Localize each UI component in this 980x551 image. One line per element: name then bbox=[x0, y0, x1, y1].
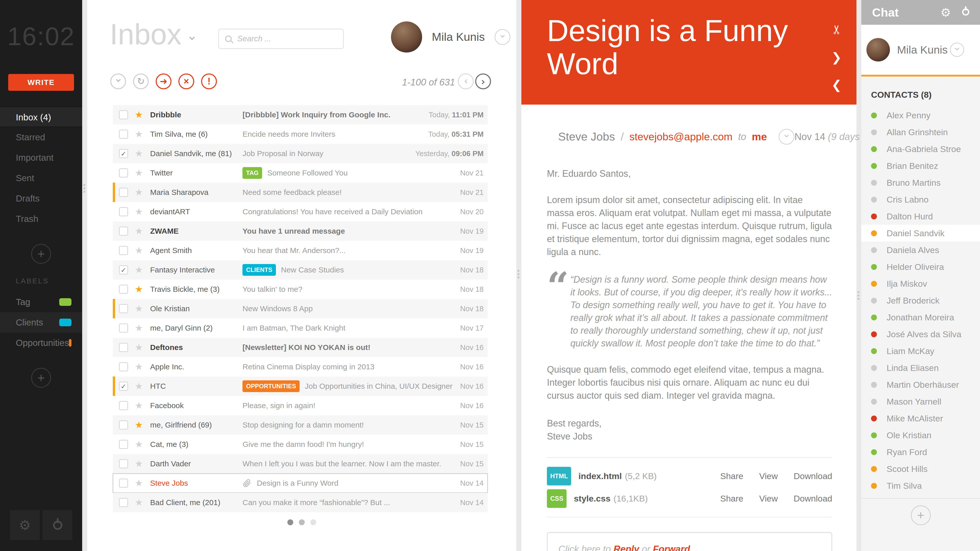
sidebar-folder-item[interactable]: Drafts bbox=[0, 188, 82, 209]
star-icon[interactable]: ★ bbox=[135, 362, 143, 372]
email-row[interactable]: ★ me, Daryl Ginn (2) I am Batman, The Da… bbox=[113, 318, 488, 338]
star-icon[interactable]: ★ bbox=[135, 439, 143, 450]
email-checkbox[interactable] bbox=[119, 207, 128, 216]
sidebar-folder-item[interactable]: Sent bbox=[0, 168, 82, 188]
sidebar-folder-item[interactable]: Trash bbox=[0, 209, 82, 229]
contact-item[interactable]: Martin Oberhäuser bbox=[861, 376, 980, 393]
meta-me-link[interactable]: me bbox=[752, 131, 767, 143]
star-icon[interactable]: ★ bbox=[135, 381, 143, 392]
contact-item[interactable]: Jonathan Moreira bbox=[861, 309, 980, 326]
email-checkbox[interactable] bbox=[119, 285, 128, 294]
email-checkbox[interactable] bbox=[119, 401, 128, 410]
email-row[interactable]: ★ Apple Inc. Retina Cinema Display comin… bbox=[113, 357, 488, 376]
share-link[interactable]: Share bbox=[720, 470, 743, 483]
sidebar-label-item[interactable]: Clients bbox=[0, 312, 82, 333]
email-checkbox[interactable] bbox=[119, 324, 128, 333]
settings-button[interactable]: ⚙ bbox=[10, 510, 40, 540]
email-action-button[interactable]: ✂ bbox=[832, 22, 842, 37]
star-icon[interactable]: ★ bbox=[135, 148, 143, 159]
contact-item[interactable]: Cris Labno bbox=[861, 191, 980, 208]
reply-link[interactable]: Reply bbox=[614, 544, 639, 551]
inbox-title[interactable]: Inbox bbox=[110, 17, 194, 51]
contact-item[interactable]: Liam McKay bbox=[861, 343, 980, 359]
email-row[interactable]: ★ HTC OPPORTUNITIES Job Opportunities in… bbox=[113, 376, 488, 396]
star-icon[interactable]: ★ bbox=[135, 323, 143, 333]
contact-item[interactable]: Helder Oliveira bbox=[861, 259, 980, 275]
sender-email[interactable]: stevejobs@apple.com bbox=[629, 131, 732, 143]
search-input[interactable] bbox=[237, 34, 337, 43]
contact-item[interactable]: Daniel Sandvik bbox=[861, 225, 980, 241]
contact-item[interactable]: Ole Kristian bbox=[861, 427, 980, 444]
email-checkbox[interactable] bbox=[119, 478, 128, 488]
contact-item[interactable]: Alex Penny bbox=[861, 107, 980, 124]
email-row[interactable]: ★ Cat, me (3) Give me the damn food! I'm… bbox=[113, 435, 488, 454]
chat-settings-button[interactable]: ⚙ bbox=[940, 6, 951, 19]
view-link[interactable]: View bbox=[759, 470, 778, 483]
email-row[interactable]: ★ Darth Vader When I left you I was but … bbox=[113, 454, 488, 473]
contact-item[interactable]: Ryan Ford bbox=[861, 444, 980, 460]
contact-item[interactable]: Mike McAlister bbox=[861, 410, 980, 427]
email-checkbox[interactable] bbox=[119, 421, 128, 430]
email-checkbox[interactable] bbox=[119, 227, 128, 236]
add-folder-button[interactable]: + bbox=[31, 244, 51, 264]
account-menu[interactable]: Mila Kunis bbox=[391, 21, 511, 52]
email-checkbox[interactable] bbox=[119, 110, 128, 119]
email-row[interactable]: ★ ZWAME You have 1 unread message Nov 19 bbox=[113, 221, 488, 241]
contact-item[interactable]: Daniela Alves bbox=[861, 241, 980, 259]
email-row[interactable]: ★ deviantART Congratulations! You have r… bbox=[113, 202, 488, 221]
email-row[interactable]: ★ Bad Client, me (201) Can you make it m… bbox=[113, 493, 488, 512]
star-icon[interactable]: ★ bbox=[135, 458, 143, 469]
sidebar-label-item[interactable]: Tag bbox=[0, 292, 82, 312]
email-row[interactable]: ★ Deftones [Newsletter] KOI NO YOKAN is … bbox=[113, 338, 488, 357]
email-checkbox[interactable] bbox=[119, 130, 128, 139]
next-page-button[interactable] bbox=[475, 73, 491, 89]
meta-dropdown-button[interactable] bbox=[779, 129, 794, 144]
email-checkbox[interactable] bbox=[119, 246, 128, 255]
download-link[interactable]: Download bbox=[794, 492, 832, 505]
list-resize-handle[interactable] bbox=[517, 270, 519, 278]
contact-item[interactable]: Allan Grinshtein bbox=[861, 124, 980, 141]
sidebar-label-item[interactable]: Opportunities bbox=[0, 333, 82, 353]
star-icon[interactable]: ★ bbox=[135, 168, 143, 178]
email-row[interactable]: ★ Daniel Sandvik, me (81) Job Proposal i… bbox=[113, 144, 488, 163]
email-row[interactable]: ★ Dribbble [Dribbble] Work Inquiry from … bbox=[113, 105, 488, 124]
contact-item[interactable]: Linda Eliasen bbox=[861, 359, 980, 376]
contact-item[interactable]: José Alves da Silva bbox=[861, 326, 980, 343]
viewer-resize-handle[interactable] bbox=[858, 291, 859, 300]
star-icon[interactable]: ★ bbox=[135, 129, 143, 140]
view-link[interactable]: View bbox=[759, 492, 778, 505]
star-icon[interactable]: ★ bbox=[135, 303, 143, 314]
share-link[interactable]: Share bbox=[720, 492, 743, 505]
account-dropdown-button[interactable] bbox=[495, 29, 511, 45]
contact-item[interactable]: Dalton Hurd bbox=[861, 208, 980, 225]
star-icon[interactable]: ★ bbox=[135, 206, 143, 217]
search-box[interactable] bbox=[218, 29, 344, 49]
star-icon[interactable]: ★ bbox=[135, 110, 143, 120]
email-checkbox[interactable] bbox=[119, 343, 128, 352]
star-icon[interactable]: ★ bbox=[135, 420, 143, 430]
email-checkbox[interactable] bbox=[119, 188, 128, 197]
star-icon[interactable]: ★ bbox=[135, 265, 143, 275]
forward-link[interactable]: Forward bbox=[653, 544, 690, 551]
sidebar-folder-item[interactable]: Inbox (4) bbox=[0, 106, 82, 127]
contact-item[interactable]: Ana-Gabriela Stroe bbox=[861, 141, 980, 157]
email-row[interactable]: ★ Travis Bickle, me (3) You talkin' to m… bbox=[113, 279, 488, 299]
logout-button[interactable] bbox=[43, 510, 73, 540]
pager-dot[interactable] bbox=[310, 519, 316, 525]
toolbar-button[interactable]: ! bbox=[201, 73, 217, 89]
star-icon[interactable]: ★ bbox=[135, 245, 143, 256]
chat-logout-button[interactable] bbox=[962, 8, 969, 17]
email-checkbox[interactable] bbox=[119, 168, 128, 178]
email-checkbox[interactable] bbox=[119, 382, 128, 391]
email-checkbox[interactable] bbox=[119, 362, 128, 372]
toolbar-button[interactable] bbox=[110, 73, 126, 89]
email-row[interactable]: ★ Maria Sharapova Need some feedback ple… bbox=[113, 183, 488, 202]
contact-item[interactable]: Bruno Martins bbox=[861, 174, 980, 191]
add-label-button[interactable]: + bbox=[31, 368, 51, 388]
star-icon[interactable]: ★ bbox=[135, 497, 143, 508]
toolbar-button[interactable]: ➜ bbox=[156, 73, 172, 89]
email-checkbox[interactable] bbox=[119, 498, 128, 507]
star-icon[interactable]: ★ bbox=[135, 187, 143, 198]
contact-item[interactable]: Jeff Broderick bbox=[861, 292, 980, 309]
contact-item[interactable]: Brian Benitez bbox=[861, 157, 980, 174]
